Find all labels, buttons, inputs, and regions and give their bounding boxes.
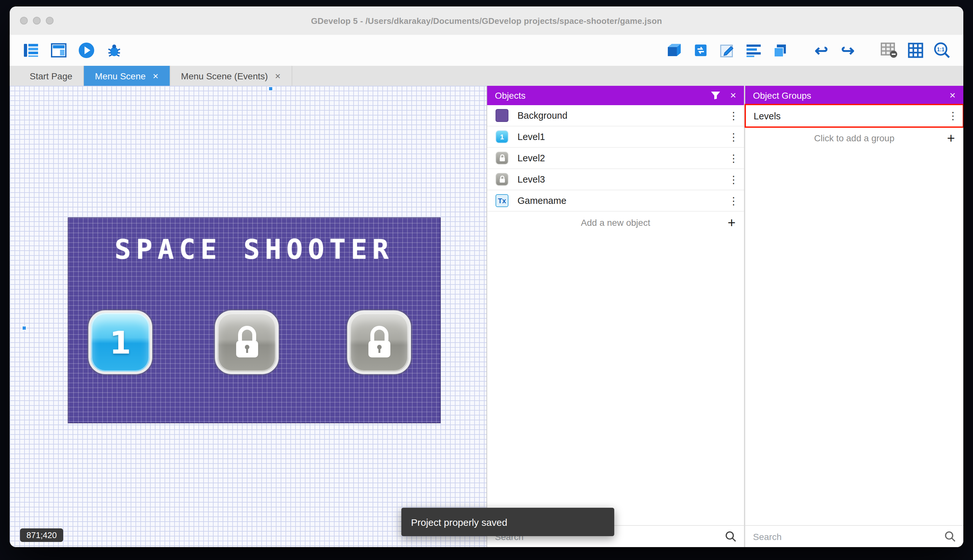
- toolbar-right-group: ↩ ↪: [666, 42, 950, 59]
- objects-panel: Objects × Background ⋮ 1 Level1 ⋮: [487, 86, 745, 547]
- preview-window-icon[interactable]: [50, 42, 67, 59]
- toast-message: Project properly saved: [411, 517, 508, 527]
- close-panel-icon[interactable]: ×: [950, 90, 956, 101]
- add-object-label: Add a new object: [581, 217, 650, 227]
- zoom-level-label: 1:1: [937, 47, 944, 52]
- add-group-row[interactable]: Click to add a group +: [745, 127, 963, 148]
- object-row-background[interactable]: Background ⋮: [487, 105, 744, 127]
- tab-label: Menu Scene: [95, 71, 145, 81]
- locked-thumbnail-icon: [495, 173, 508, 186]
- undo-icon[interactable]: ↩: [813, 42, 830, 59]
- add-group-plus-icon[interactable]: +: [947, 131, 955, 145]
- layers-icon[interactable]: [772, 42, 788, 59]
- object-menu-icon[interactable]: ⋮: [728, 152, 738, 164]
- main-area: SPACE SHOOTER 1: [10, 86, 963, 547]
- background-swatch-icon: [495, 109, 508, 122]
- redo-glyph: ↪: [841, 42, 855, 58]
- search-icon: [945, 531, 956, 542]
- traffic-lights: [20, 7, 53, 35]
- save-toast: Project properly saved: [402, 508, 614, 536]
- groups-search-input[interactable]: [753, 531, 940, 542]
- text-object-icon: Tx: [495, 194, 508, 207]
- toggle-grid-icon[interactable]: [907, 42, 924, 59]
- level-number: 1: [110, 324, 131, 360]
- toggle-mask-icon[interactable]: [881, 42, 898, 59]
- locked-thumbnail-icon: [495, 152, 508, 165]
- selection-handle[interactable]: [22, 326, 27, 330]
- object-row-level3[interactable]: Level3 ⋮: [487, 169, 744, 190]
- tab-menu-scene[interactable]: Menu Scene ×: [84, 66, 170, 86]
- objects-panel-header: Objects ×: [487, 86, 744, 105]
- selection-handle[interactable]: [268, 87, 273, 91]
- gdevelop-window: GDevelop 5 - /Users/dkarakay/Documents/G…: [10, 7, 963, 547]
- object-menu-icon[interactable]: ⋮: [728, 131, 738, 143]
- add-object-row[interactable]: Add a new object +: [487, 212, 744, 233]
- title-bar: GDevelop 5 - /Users/dkarakay/Documents/G…: [10, 7, 963, 35]
- close-window-button[interactable]: [20, 17, 28, 25]
- scene-canvas[interactable]: SPACE SHOOTER 1: [10, 86, 487, 547]
- filter-icon[interactable]: [710, 91, 720, 100]
- game-title-text-object[interactable]: SPACE SHOOTER: [68, 233, 440, 265]
- group-row-levels[interactable]: Levels ⋮: [745, 105, 963, 127]
- preview-play-icon[interactable]: [78, 42, 95, 59]
- main-toolbar: ↩ ↪: [10, 35, 963, 66]
- project-manager-icon[interactable]: [23, 42, 39, 59]
- object-menu-icon[interactable]: ⋮: [728, 195, 738, 207]
- object-row-level1[interactable]: 1 Level1 ⋮: [487, 127, 744, 148]
- objects-editor-icon[interactable]: [692, 42, 709, 59]
- groups-search-bar: [745, 525, 963, 547]
- lock-icon: [232, 325, 262, 360]
- tab-label: Menu Scene (Events): [181, 71, 268, 81]
- cursor-coordinates-badge: 871;420: [20, 528, 63, 542]
- tab-start-page[interactable]: Start Page: [19, 66, 84, 86]
- object-name: Level3: [518, 174, 545, 185]
- object-groups-panel: Object Groups × Levels ⋮ Click to add a …: [745, 86, 963, 547]
- tab-label: Start Page: [30, 71, 72, 81]
- object-menu-icon[interactable]: ⋮: [728, 109, 738, 122]
- group-menu-icon[interactable]: ⋮: [948, 110, 957, 122]
- object-row-level2[interactable]: Level2 ⋮: [487, 148, 744, 169]
- zoom-1-1-icon[interactable]: 1:1: [934, 42, 950, 59]
- tab-bar: Start Page Menu Scene × Menu Scene (Even…: [10, 66, 963, 86]
- screen: GDevelop 5 - /Users/dkarakay/Documents/G…: [0, 0, 973, 560]
- search-icon: [725, 531, 736, 542]
- objects-panel-title: Objects: [495, 90, 526, 101]
- scene-editor-icon[interactable]: [666, 42, 683, 59]
- debugger-icon[interactable]: [106, 42, 123, 59]
- level2-button-object[interactable]: [215, 310, 279, 374]
- level3-button-object[interactable]: [347, 310, 411, 374]
- window-title: GDevelop 5 - /Users/dkarakay/Documents/G…: [10, 16, 963, 25]
- object-name: Background: [518, 110, 568, 121]
- object-name: Level1: [518, 132, 545, 142]
- group-name: Levels: [754, 111, 781, 121]
- redo-icon[interactable]: ↪: [840, 42, 856, 59]
- close-tab-icon[interactable]: ×: [153, 71, 159, 81]
- scene-background-object[interactable]: SPACE SHOOTER 1: [68, 217, 441, 423]
- level1-thumbnail-icon: 1: [495, 130, 508, 143]
- undo-glyph: ↩: [815, 42, 828, 58]
- tab-menu-scene-events[interactable]: Menu Scene (Events) ×: [170, 66, 292, 86]
- add-group-label: Click to add a group: [814, 133, 894, 143]
- zoom-window-button[interactable]: [46, 17, 53, 25]
- object-name: Gamename: [518, 195, 566, 206]
- edit-scene-icon[interactable]: [719, 42, 736, 59]
- add-object-plus-icon[interactable]: +: [728, 215, 736, 229]
- close-tab-icon[interactable]: ×: [275, 71, 281, 81]
- object-row-gamename[interactable]: Tx Gamename ⋮: [487, 190, 744, 212]
- level1-button-object[interactable]: 1: [88, 310, 152, 374]
- close-panel-icon[interactable]: ×: [730, 90, 736, 101]
- minimize-window-button[interactable]: [33, 17, 41, 25]
- toolbar-left-group: [23, 42, 123, 59]
- object-groups-panel-header: Object Groups ×: [745, 86, 963, 105]
- object-name: Level2: [518, 153, 545, 163]
- object-groups-panel-title: Object Groups: [753, 90, 811, 101]
- object-menu-icon[interactable]: ⋮: [728, 173, 738, 185]
- lock-icon: [364, 325, 394, 360]
- events-sheet-icon[interactable]: [745, 42, 762, 59]
